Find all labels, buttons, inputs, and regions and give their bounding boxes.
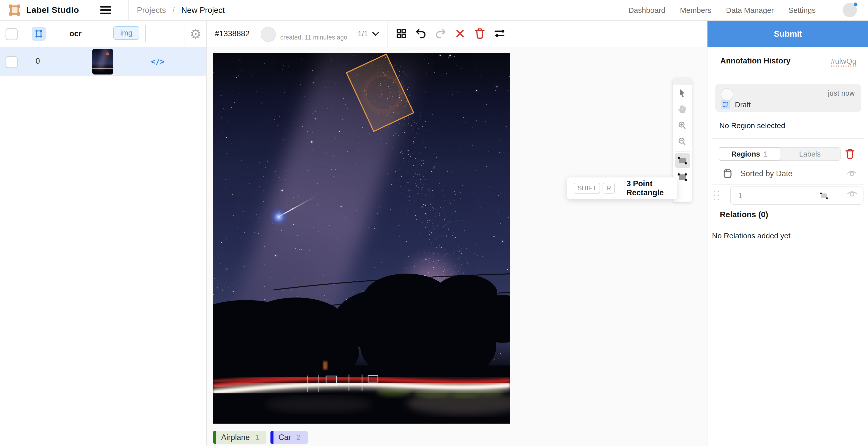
pointer-icon (678, 88, 687, 98)
pan-tool-button[interactable] (673, 101, 692, 118)
annotation-pager[interactable]: 1/1 (358, 30, 379, 38)
draft-icon (721, 100, 731, 109)
toolbar-divider (255, 21, 255, 47)
label-color-bar (213, 431, 216, 444)
grid-view-button[interactable] (32, 27, 46, 41)
region-rectangle-icon (819, 191, 829, 201)
no-region-text: No Region selected (719, 121, 785, 130)
zoom-out-tool-button[interactable] (673, 133, 692, 150)
region-list-item[interactable]: 1 (730, 186, 864, 205)
grid-view-icon[interactable] (396, 28, 407, 39)
breadcrumb-current-project: New Project (181, 5, 225, 15)
history-avatar (721, 88, 734, 101)
created-timestamp: created, 11 minutes ago (280, 34, 347, 41)
task-image-night-sky[interactable] (213, 53, 510, 424)
task-row-id: 0 (30, 57, 45, 66)
undo-icon[interactable] (415, 28, 427, 39)
toolbar-divider (60, 25, 60, 42)
sort-panel-icon (723, 169, 732, 178)
shortcut-key-r: R (602, 183, 615, 194)
submit-button[interactable]: Submit (708, 21, 868, 47)
task-id: #1338882 (215, 29, 250, 38)
annotation-history-title: Annotation History (720, 56, 790, 65)
tab-labels[interactable]: Labels (780, 148, 840, 160)
label-hotkey: 1 (255, 433, 259, 442)
rectangle-tool-button[interactable] (675, 153, 690, 168)
toolbar-actions (396, 28, 505, 39)
toolbar-divider (145, 25, 146, 42)
task-sidebar: ocr img ⚙ 0 </> (0, 21, 207, 446)
foreground-scene (213, 53, 510, 424)
sidebar-settings-column: ⚙ (184, 21, 207, 47)
annotation-workspace: Airplane 1 Car 2 (207, 47, 707, 446)
top-nav: Label Studio Projects / New Project Dash… (0, 0, 868, 21)
label-airplane[interactable]: Airplane 1 (213, 431, 267, 444)
gear-icon[interactable]: ⚙ (190, 26, 202, 41)
hamburger-menu-icon[interactable] (100, 6, 111, 14)
pager-count: 1/1 (358, 30, 368, 38)
pointer-tool-button[interactable] (673, 85, 692, 101)
user-avatar[interactable] (843, 3, 857, 18)
breadcrumb-projects[interactable]: Projects (137, 5, 166, 15)
relations-empty-text: No Relations added yet (712, 232, 790, 240)
zoom-in-tool-button[interactable] (673, 118, 692, 133)
relations-title: Relations (0) (720, 210, 768, 219)
zoom-in-icon (678, 121, 687, 130)
app-title: Label Studio (26, 5, 79, 15)
source-code-icon[interactable]: </> (151, 57, 164, 66)
task-row-checkbox[interactable] (5, 56, 18, 68)
annotation-history-item[interactable]: just now Draft (715, 84, 861, 112)
annotation-panel: Submit Annotation History #ulwQg just no… (707, 21, 868, 446)
chevron-down-icon (372, 31, 379, 36)
bounding-box-icon (34, 29, 43, 38)
delete-all-regions-icon[interactable] (845, 149, 855, 160)
label-car[interactable]: Car 2 (271, 431, 308, 444)
annotation-id-link[interactable]: #ulwQg (831, 57, 857, 67)
delete-trash-icon[interactable] (474, 28, 486, 39)
tool-tooltip: SHIFT R 3 Point Rectangle (567, 177, 677, 199)
shortcut-key-shift: SHIFT (574, 183, 600, 194)
reject-x-icon[interactable] (454, 28, 466, 39)
history-status: Draft (735, 101, 751, 109)
palette-drag-handle[interactable] (673, 78, 692, 85)
task-row[interactable]: 0 </> (0, 48, 206, 76)
label-color-bar (271, 431, 274, 444)
label-studio-logo-icon[interactable] (8, 4, 21, 16)
column-type-badge-img[interactable]: img (113, 26, 140, 40)
nav-link-data-manager[interactable]: Data Manager (726, 6, 774, 14)
label-text: Car (279, 433, 291, 442)
region-drag-handle[interactable] (714, 191, 719, 201)
tab-regions[interactable]: Regions 1 (719, 147, 780, 161)
sort-order-dropdown[interactable]: Sorted by Date (723, 167, 859, 180)
nav-divider (128, 0, 129, 20)
select-all-checkbox[interactable] (5, 28, 18, 40)
zoom-out-icon (678, 137, 687, 147)
region-index: 1 (738, 191, 742, 200)
nav-link-members[interactable]: Members (680, 6, 711, 14)
label-hotkey: 2 (297, 433, 301, 442)
toolbar-divider (388, 21, 388, 47)
label-hotkeys: Airplane 1 Car 2 (213, 431, 308, 444)
nav-link-settings[interactable]: Settings (788, 6, 816, 14)
tooltip-label: 3 Point Rectangle (626, 179, 677, 197)
sort-label: Sorted by Date (740, 169, 793, 178)
tab-regions-label: Regions (732, 150, 760, 158)
panel-divider (712, 205, 865, 205)
annotation-toolbar: #1338882 created, 11 minutes ago 1/1 (207, 21, 707, 48)
settings-sliders-icon[interactable] (494, 28, 505, 39)
nav-links: Dashboard Members Data Manager Settings (628, 6, 816, 14)
label-studio-app: Label Studio Projects / New Project Dash… (0, 0, 868, 446)
toggle-all-visibility-icon[interactable] (847, 170, 857, 178)
history-timestamp: just now (828, 89, 855, 97)
tab-regions-count: 1 (764, 150, 768, 158)
redo-icon[interactable] (435, 28, 446, 39)
sidebar-toolbar: ocr img ⚙ (0, 21, 206, 48)
region-visibility-icon[interactable] (847, 190, 858, 198)
tab-labels-label: Labels (799, 150, 820, 158)
three-point-rectangle-icon (677, 173, 688, 182)
annotator-avatar (261, 27, 276, 42)
breadcrumb: Projects / New Project (137, 5, 225, 15)
hand-icon (677, 105, 687, 115)
nav-link-dashboard[interactable]: Dashboard (628, 6, 665, 14)
label-text: Airplane (221, 433, 250, 442)
